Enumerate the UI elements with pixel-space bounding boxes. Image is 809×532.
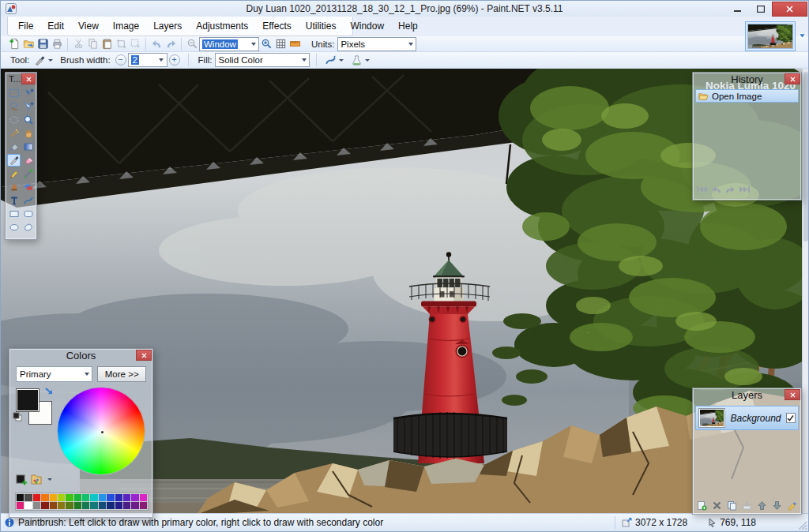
palette-swatch[interactable]	[107, 502, 114, 509]
menu-view[interactable]: View	[71, 18, 106, 34]
colors-panel-titlebar[interactable]: Colors	[9, 349, 152, 363]
palette-swatch[interactable]	[131, 502, 138, 509]
ruler-toggle-button[interactable]	[288, 37, 302, 51]
open-image-button[interactable]	[21, 37, 36, 51]
color-wheel[interactable]	[57, 387, 145, 475]
undo-button[interactable]	[149, 37, 164, 51]
palette-swatch[interactable]	[99, 494, 106, 501]
palette-swatch[interactable]	[24, 494, 32, 501]
brush-width-combo[interactable]: 2	[128, 53, 167, 67]
tool-line-curve[interactable]	[21, 194, 35, 207]
menu-edit[interactable]: Edit	[40, 18, 71, 34]
history-panel-close-button[interactable]	[785, 73, 800, 84]
palette-swatch[interactable]	[24, 502, 32, 509]
history-item-open-image[interactable]: Open Image	[695, 89, 799, 103]
layers-panel-titlebar[interactable]: Layers	[693, 388, 801, 403]
zoom-out-button[interactable]	[185, 37, 199, 51]
brush-width-increase-button[interactable]: +	[169, 54, 180, 66]
title-bar[interactable]: Duy Luan 1020_20131128_18_30_12_1_Pro.jp…	[1, 1, 808, 17]
tool-ellipse[interactable]	[7, 221, 21, 234]
units-combo[interactable]: Pixels	[337, 37, 416, 51]
move-layer-down-button[interactable]	[770, 500, 784, 511]
chevron-down-icon[interactable]	[46, 478, 53, 481]
palette-swatch[interactable]	[17, 494, 24, 501]
tool-gradient[interactable]	[21, 140, 35, 153]
delete-layer-button[interactable]	[710, 500, 724, 511]
palette-swatch[interactable]	[58, 494, 65, 501]
deselect-button[interactable]	[128, 37, 142, 51]
palette-swatch[interactable]	[115, 502, 122, 509]
history-redo-button[interactable]	[724, 183, 736, 197]
tool-rectangle-select[interactable]	[7, 87, 21, 99]
scrollbar-thumb[interactable]	[803, 72, 808, 242]
history-panel-titlebar[interactable]: History	[693, 73, 801, 87]
save-button[interactable]	[36, 37, 50, 51]
tool-eraser[interactable]	[21, 154, 35, 167]
palette-swatch[interactable]	[123, 494, 130, 501]
palette-swatch[interactable]	[107, 494, 114, 501]
paste-button[interactable]	[100, 37, 114, 51]
tools-panel-close-button[interactable]	[21, 73, 36, 84]
menu-utilities[interactable]: Utilities	[299, 18, 344, 34]
menu-effects[interactable]: Effects	[255, 18, 298, 34]
chevron-down-icon[interactable]	[47, 59, 54, 62]
menu-image[interactable]: Image	[106, 18, 146, 34]
tool-move-pixels[interactable]	[21, 87, 35, 99]
tool-pan[interactable]	[21, 127, 35, 140]
zoom-in-button[interactable]	[259, 37, 273, 51]
add-layer-button[interactable]	[695, 500, 709, 511]
close-button[interactable]	[772, 2, 807, 17]
palette-swatch[interactable]	[131, 494, 138, 501]
tool-text[interactable]	[7, 194, 21, 207]
tool-color-picker[interactable]	[21, 167, 35, 180]
palette-swatch[interactable]	[99, 502, 106, 509]
tool-pencil[interactable]	[7, 167, 21, 180]
swap-colors-icon[interactable]	[43, 387, 54, 397]
print-button[interactable]	[50, 37, 64, 51]
palette-swatch[interactable]	[123, 502, 130, 509]
tool-zoom[interactable]	[21, 114, 35, 126]
maximize-button[interactable]	[749, 2, 772, 17]
colors-panel-close-button[interactable]	[136, 350, 152, 361]
history-fast-forward-button[interactable]	[739, 183, 751, 197]
palette-swatch[interactable]	[82, 494, 89, 501]
palette-swatch[interactable]	[74, 494, 81, 501]
zoom-level-combo[interactable]: Window	[199, 37, 259, 51]
crop-button[interactable]	[114, 37, 128, 51]
tool-lasso-select[interactable]	[7, 100, 21, 113]
grid-toggle-button[interactable]	[273, 37, 288, 51]
layer-properties-button[interactable]	[785, 500, 799, 511]
chevron-down-icon[interactable]	[363, 59, 371, 62]
palette-swatch[interactable]	[90, 494, 97, 501]
primary-color-swatch[interactable]	[16, 388, 40, 412]
menu-window[interactable]: Window	[343, 18, 391, 34]
brush-width-decrease-button[interactable]: −	[115, 54, 126, 66]
tool-ellipse-select[interactable]	[7, 114, 21, 126]
tool-rounded-rectangle[interactable]	[21, 208, 35, 220]
image-list-chevron-icon[interactable]	[797, 31, 807, 41]
palette-swatch[interactable]	[41, 494, 48, 501]
tool-freeform-shape[interactable]	[21, 221, 35, 234]
tool-paintbrush[interactable]	[7, 154, 21, 167]
merge-layer-down-button[interactable]	[740, 500, 754, 511]
palette-swatch[interactable]	[90, 502, 97, 509]
resize-grip[interactable]	[796, 519, 807, 530]
palette-swatch[interactable]	[66, 494, 73, 501]
menu-layers[interactable]: Layers	[146, 18, 189, 34]
palette-swatch[interactable]	[33, 502, 40, 509]
palette-swatch[interactable]	[50, 502, 57, 509]
vertical-scrollbar[interactable]	[802, 69, 808, 515]
palette-folder-icon[interactable]	[30, 474, 43, 485]
tool-paint-bucket[interactable]	[7, 140, 21, 153]
menu-help[interactable]: Help	[391, 18, 425, 34]
menu-adjustments[interactable]: Adjustments	[189, 18, 255, 34]
blend-mode-button[interactable]	[323, 53, 337, 67]
new-image-button[interactable]	[7, 37, 21, 51]
palette-swatch[interactable]	[82, 502, 89, 509]
minimize-button[interactable]	[726, 2, 749, 17]
tool-rectangle[interactable]	[7, 208, 21, 220]
move-layer-up-button[interactable]	[755, 500, 769, 511]
open-image-tab[interactable]	[745, 21, 796, 51]
chevron-down-icon[interactable]	[337, 59, 344, 62]
color-mode-combo[interactable]: Primary	[16, 366, 92, 382]
